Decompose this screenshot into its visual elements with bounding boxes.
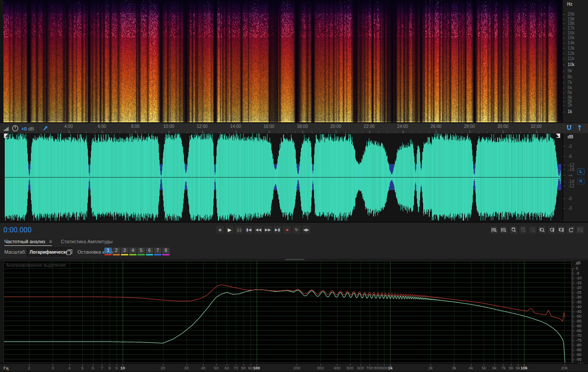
timeline-ruler[interactable]: 4:006:008:0010:0012:0014:0016:0018:0020:… xyxy=(59,123,562,134)
plot-freq-label: 30 xyxy=(184,365,189,370)
ruler-time-label: 16:00 xyxy=(264,124,274,129)
hold-button-4[interactable]: 4 xyxy=(129,248,137,255)
copy-graph-icon[interactable] xyxy=(66,249,73,255)
plot-db-axis[interactable]: дБ 0-5-10-15-20-25-30-35-40-45-50-55-60-… xyxy=(572,260,588,365)
rewind-button[interactable]: ◀◀ xyxy=(254,226,262,234)
plot-db-tick xyxy=(572,308,573,308)
hold-button-1[interactable]: 1 xyxy=(104,248,112,255)
zoom-in-point-button[interactable] xyxy=(538,226,546,234)
hold-button-7[interactable]: 7 xyxy=(154,248,161,255)
freq-scale-label: 16k xyxy=(568,30,575,35)
plot-db-tick xyxy=(572,302,575,302)
freq-scale-tick xyxy=(563,43,565,44)
plot-db-tick xyxy=(572,352,573,352)
freq-scale-tick xyxy=(563,14,565,15)
pause-button[interactable]: ▮▮ xyxy=(235,226,243,234)
tab-amplitude-statistics[interactable]: Статистика Амплитуды xyxy=(61,239,113,244)
plot-db-tick xyxy=(572,320,573,321)
transport-buttons: ■▶▮▮▮◀◀◀▶▶▶▮●↻◀▶ xyxy=(216,226,310,234)
hold-color-bar xyxy=(137,254,145,255)
zoom-selection-width-button[interactable] xyxy=(558,226,565,234)
plot-db-tick xyxy=(572,328,573,328)
marker-icon[interactable] xyxy=(576,124,583,131)
plot-db-tick xyxy=(572,312,573,313)
plot-db-tick xyxy=(572,269,573,270)
spectral-display-panel xyxy=(0,0,588,123)
hold-button-6[interactable]: 6 xyxy=(146,248,153,255)
plot-db-tick xyxy=(572,321,575,322)
plot-freq-label: 90 xyxy=(248,365,253,370)
skip-selection-button[interactable]: ◀▶ xyxy=(302,226,310,234)
zoom-spectral-selection-button[interactable] xyxy=(529,226,536,234)
spectrogram-canvas[interactable] xyxy=(3,0,562,122)
plot-db-label: -30 xyxy=(576,295,581,299)
fast-forward-button[interactable]: ▶▶ xyxy=(264,226,272,234)
zoom-out-point-button[interactable] xyxy=(548,226,555,234)
snap-magnet-icon[interactable] xyxy=(566,125,572,131)
zoom-out-full-button[interactable] xyxy=(519,226,527,234)
plot-db-tick xyxy=(572,283,575,283)
plot-frequency-axis[interactable]: Гц 2345678910203040506070809010020030040… xyxy=(0,363,588,371)
amp-scale-tick xyxy=(563,156,565,157)
amplitude-scale[interactable]: dB -3-6-12-18-∞-18-12-6-3LR xyxy=(563,133,588,221)
plot-freq-label: 400 xyxy=(334,365,341,370)
plot-db-tick xyxy=(572,279,573,279)
gain-value[interactable]: +0dB xyxy=(21,124,34,132)
spectral-frequency-scale[interactable]: Hz 20k19k18k17k16k15k14k13k12k11k10k9k8k… xyxy=(562,0,588,123)
plot-freq-label: 7k xyxy=(501,365,505,370)
plot-db-label: -95 xyxy=(576,357,581,362)
scale-dropdown[interactable]: Логарифмический xyxy=(27,248,71,256)
plot-db-tick xyxy=(572,359,573,359)
plot-db-tick xyxy=(572,282,573,282)
loop-playback-button[interactable]: ↻ xyxy=(293,226,301,234)
tab-frequency-analysis[interactable]: Частотный анализ≡ xyxy=(4,239,52,246)
plot-db-label: 0 xyxy=(576,266,578,271)
play-button[interactable]: ▶ xyxy=(226,226,234,234)
hold-color-bar xyxy=(162,254,170,255)
reset-zoom-button[interactable] xyxy=(567,226,575,234)
waveform-display-panel xyxy=(0,133,588,221)
plot-db-tick xyxy=(572,332,573,332)
zoom-toolbar xyxy=(491,226,584,234)
record-button[interactable]: ● xyxy=(283,226,291,234)
hold-button-2[interactable]: 2 xyxy=(113,248,120,255)
plot-freq-label: 20 xyxy=(160,365,165,370)
zoom-full-file-button[interactable] xyxy=(577,226,584,234)
zoom-in-button[interactable] xyxy=(491,226,498,234)
time-display[interactable]: 0:00.000 xyxy=(3,226,32,234)
analysis-scrollbar-handle[interactable] xyxy=(285,259,304,260)
hold-color-bar xyxy=(154,254,161,255)
fade-envelope-icon[interactable] xyxy=(3,125,9,131)
plot-db-tick xyxy=(572,286,573,286)
plot-freq-label: 700 xyxy=(366,365,373,370)
hud-gain-knob-icon[interactable] xyxy=(12,125,19,132)
plot-db-tick xyxy=(572,277,573,278)
channel-button-l[interactable]: L xyxy=(577,168,585,175)
stop-button[interactable]: ■ xyxy=(216,226,224,234)
zoom-to-selection-button[interactable] xyxy=(510,226,517,234)
frequency-plot-canvas[interactable] xyxy=(3,261,571,363)
skip-to-start-button[interactable]: ▮◀ xyxy=(245,226,253,234)
hold-button-3[interactable]: 3 xyxy=(121,248,128,255)
pin-playhead-icon[interactable] xyxy=(42,125,48,131)
plot-db-tick xyxy=(572,275,573,275)
hold-button-8[interactable]: 8 xyxy=(162,248,170,255)
ruler-time-label: 32:00 xyxy=(531,124,541,129)
zoom-out-button[interactable] xyxy=(500,226,508,234)
amp-scale-tick xyxy=(563,181,565,182)
panel-menu-icon[interactable]: ≡ xyxy=(49,239,52,244)
freq-scale-tick xyxy=(563,97,565,98)
ruler-time-label: 6:00 xyxy=(98,124,106,129)
skip-to-end-button[interactable]: ▶▮ xyxy=(274,226,281,234)
plot-db-tick xyxy=(572,329,573,329)
waveform-canvas[interactable] xyxy=(3,133,562,221)
hold-button-5[interactable]: 5 xyxy=(137,248,145,255)
freq-scale-tick xyxy=(563,71,565,71)
hold-color-bar xyxy=(104,254,112,255)
freq-scale-tick xyxy=(563,65,565,65)
channel-button-r[interactable]: R xyxy=(577,178,585,184)
panel-tab-bar: Частотный анализ≡ Статистика Амплитуды xyxy=(0,238,588,247)
plot-db-tick xyxy=(572,313,573,314)
freq-scale-label: 2k xyxy=(568,103,572,107)
plot-db-label: -90 xyxy=(576,352,581,357)
